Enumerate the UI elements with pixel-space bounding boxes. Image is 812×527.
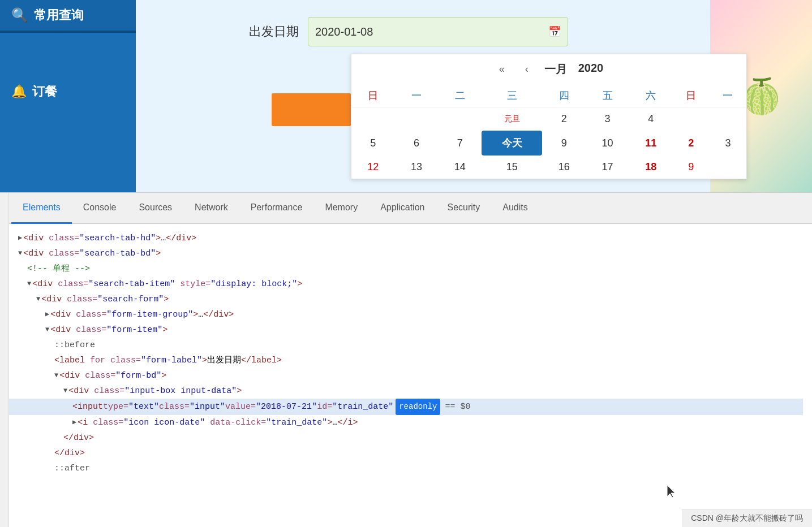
calendar-cell-today[interactable]: 今天 xyxy=(482,131,542,155)
dom-line[interactable]: ▶ <div class="form-item-group">…</div> xyxy=(9,307,803,322)
tab-application[interactable]: Application xyxy=(369,193,436,224)
calendar-cell[interactable]: 2 xyxy=(673,131,710,155)
calendar-cell[interactable] xyxy=(438,107,482,131)
calendar-cell[interactable]: 7 xyxy=(438,131,482,155)
date-value: 2020-01-08 xyxy=(315,25,373,38)
calendar-header: « ‹ 一月 2020 xyxy=(351,54,746,84)
expand-arrow[interactable]: ▼ xyxy=(36,293,40,306)
calendar-cell[interactable]: 9 xyxy=(542,131,586,155)
calendar-row: 元旦 2 3 4 xyxy=(351,107,746,131)
weekday-wed: 三 xyxy=(482,84,542,107)
expand-arrow[interactable]: ▼ xyxy=(63,385,67,398)
calendar-cell[interactable] xyxy=(351,107,395,131)
dom-tree: ▶ <div class="search-tab-hd">…</div> ▼ <… xyxy=(0,224,812,527)
date-input-box[interactable]: 2020-01-08 📅 xyxy=(308,17,568,46)
website-preview: input#train_date:input 269×36 🔍 常用查询 🔔 订… xyxy=(0,0,812,192)
dom-line[interactable]: ▼ <div class="search-tab-item" style="di… xyxy=(9,277,803,292)
dom-line[interactable]: ▼ <div class="form-bd"> xyxy=(9,368,803,383)
dom-line[interactable]: ▼ <div class="input-box input-data"> xyxy=(9,383,803,399)
devtools-left-edge xyxy=(0,193,9,527)
weekday-thu: 四 xyxy=(542,84,586,107)
calendar-cell[interactable]: 3 xyxy=(710,131,746,155)
weekday-tue: 二 xyxy=(438,84,482,107)
prev-nav[interactable]: ‹ xyxy=(521,61,533,77)
calendar-popup: « ‹ 一月 2020 日 一 二 三 四 五 六 xyxy=(351,54,747,179)
weekday-sun2: 日 xyxy=(673,84,710,107)
order-icon: 🔔 xyxy=(11,84,27,99)
tab-elements[interactable]: Elements xyxy=(11,193,72,224)
tab-sources[interactable]: Sources xyxy=(127,193,183,224)
calendar-year: 2020 xyxy=(578,62,604,77)
dom-line[interactable]: ▼ <div class="form-item"> xyxy=(9,322,803,338)
calendar-cell[interactable]: 9 xyxy=(673,155,710,179)
weekday-fri: 五 xyxy=(586,84,629,107)
date-input-area: 出发日期 2020-01-08 📅 xyxy=(249,17,568,46)
calendar-grid: 日 一 二 三 四 五 六 日 一 xyxy=(351,84,746,179)
calendar-row: 12 13 14 15 16 17 18 9 xyxy=(351,155,746,179)
devtools-panel: Elements Console Sources Network Perform… xyxy=(0,192,812,527)
weekday-sun: 日 xyxy=(351,84,395,107)
calendar-cell[interactable]: 4 xyxy=(629,107,673,131)
calendar-cell[interactable]: 18 xyxy=(629,155,673,179)
weekday-mon: 一 xyxy=(395,84,439,107)
calendar-cell[interactable]: 10 xyxy=(586,131,629,155)
calendar-cell[interactable]: 17 xyxy=(586,155,629,179)
tab-performance[interactable]: Performance xyxy=(239,193,314,224)
calendar-cell[interactable]: 14 xyxy=(438,155,482,179)
expand-arrow[interactable]: ▼ xyxy=(54,370,58,382)
sidebar-order-label: 订餐 xyxy=(32,83,57,100)
calendar-cell[interactable]: 11 xyxy=(629,131,673,155)
expand-arrow[interactable]: ▶ xyxy=(72,417,76,429)
sidebar-query-item[interactable]: 🔍 常用查询 xyxy=(0,0,136,31)
tab-security[interactable]: Security xyxy=(436,193,491,224)
calendar-cell-holiday[interactable]: 元旦 xyxy=(482,107,542,131)
dom-line-highlighted[interactable]: <input type="text" class="input" value="… xyxy=(9,399,803,415)
calendar-cell[interactable]: 16 xyxy=(542,155,586,179)
expand-arrow[interactable]: ▼ xyxy=(45,324,49,336)
dom-line: ::after xyxy=(9,461,803,476)
calendar-cell[interactable] xyxy=(673,107,710,131)
expand-arrow[interactable]: ▼ xyxy=(18,248,22,260)
dom-line: </div> xyxy=(9,446,803,461)
sidebar-query-label: 常用查询 xyxy=(34,7,84,24)
dom-line[interactable]: ▶ <i class="icon icon-date" data-click="… xyxy=(9,415,803,430)
query-icon: 🔍 xyxy=(11,7,28,23)
prev-prev-nav[interactable]: « xyxy=(495,61,509,77)
calendar-cell[interactable]: 2 xyxy=(542,107,586,131)
calendar-cell[interactable]: 15 xyxy=(482,155,542,179)
devtools-tabs: Elements Console Sources Network Perform… xyxy=(0,193,812,224)
dom-line: ::before xyxy=(9,338,803,353)
sidebar-order-item[interactable]: 🔔 订餐 xyxy=(0,74,136,109)
calendar-cell[interactable]: 6 xyxy=(395,131,439,155)
sidebar: 🔍 常用查询 🔔 订餐 xyxy=(0,0,136,192)
calendar-row: 5 6 7 今天 9 10 11 2 3 xyxy=(351,131,746,155)
calendar-cell[interactable]: 13 xyxy=(395,155,439,179)
dom-line: </div> xyxy=(9,430,803,446)
tab-network[interactable]: Network xyxy=(183,193,239,224)
calendar-cell[interactable] xyxy=(710,107,746,131)
tab-audits[interactable]: Audits xyxy=(491,193,539,224)
readonly-badge: readonly xyxy=(396,399,440,415)
calendar-cell[interactable] xyxy=(710,155,746,179)
mouse-cursor xyxy=(667,485,678,504)
expand-arrow[interactable]: ▶ xyxy=(45,309,49,321)
tab-memory[interactable]: Memory xyxy=(313,193,369,224)
dom-line[interactable]: ▶ <div class="search-tab-hd">…</div> xyxy=(9,231,803,246)
tab-console[interactable]: Console xyxy=(72,193,128,224)
dom-line: <!-- 单程 --> xyxy=(9,261,803,277)
date-label: 出发日期 xyxy=(249,23,299,40)
dom-line[interactable]: ▼ <div class="search-tab-bd"> xyxy=(9,246,803,261)
expand-arrow[interactable]: ▶ xyxy=(18,232,22,245)
calendar-month: 一月 xyxy=(544,62,567,77)
search-button[interactable] xyxy=(272,93,351,126)
expand-arrow[interactable]: ▼ xyxy=(27,278,31,291)
dom-line[interactable]: ▼ <div class="search-form"> xyxy=(9,292,803,307)
calendar-cell[interactable]: 5 xyxy=(351,131,395,155)
dom-line[interactable]: <label for class="form-label">出发日期</labe… xyxy=(9,353,803,368)
status-text: CSDN @年龄大就不能搬砖了吗 xyxy=(691,513,803,522)
calendar-cell[interactable]: 12 xyxy=(351,155,395,179)
weekday-sat: 六 xyxy=(629,84,673,107)
calendar-cell[interactable] xyxy=(395,107,439,131)
calendar-cell[interactable]: 3 xyxy=(586,107,629,131)
status-bar: CSDN @年龄大就不能搬砖了吗 xyxy=(682,509,812,527)
